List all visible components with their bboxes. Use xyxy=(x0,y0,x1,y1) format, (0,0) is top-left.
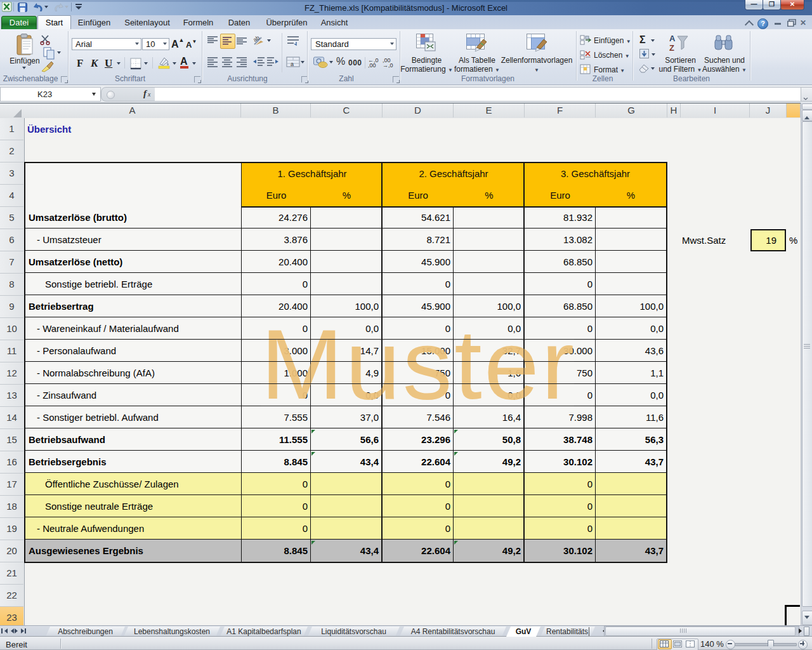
svg-text:→,0: →,0 xyxy=(383,62,393,68)
svg-text:A: A xyxy=(669,34,676,43)
svg-text:,00: ,00 xyxy=(368,62,376,68)
svg-text:Z: Z xyxy=(669,43,674,52)
svg-text:a: a xyxy=(291,61,294,67)
